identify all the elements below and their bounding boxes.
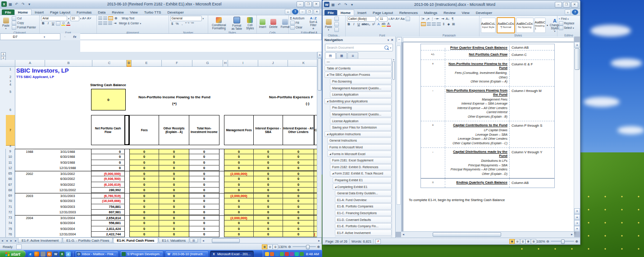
cell-management-fees[interactable]: (2,000,000)	[224, 171, 254, 176]
scroll-left-icon[interactable]: ◄	[201, 239, 206, 242]
taskbar-window-button[interactable]: W 2013-06-10 (Instructi...	[165, 251, 209, 257]
cell-management-fees[interactable]: 0	[224, 160, 254, 165]
cancel-entry-icon[interactable]: ◦	[64, 35, 66, 39]
align-bottom-icon[interactable]	[108, 16, 113, 20]
cell-net-portfolio-cash-flow[interactable]: 607,981	[91, 210, 125, 215]
tab-home[interactable]: Home	[337, 9, 354, 15]
expand-triangle-icon[interactable]: ◢	[327, 72, 328, 77]
row-number[interactable]: 66	[6, 176, 15, 182]
taskbar-clock[interactable]: 8:48 AM	[305, 252, 320, 256]
cell-management-fees[interactable]: 0	[224, 154, 254, 160]
replace-button[interactable]: Replace	[559, 21, 579, 25]
percent-format-icon[interactable]: %	[175, 22, 179, 26]
next-sheet-icon[interactable]: ►	[9, 239, 14, 242]
cell-fees[interactable]: 0	[129, 188, 159, 193]
last-sheet-icon[interactable]: ►	[14, 239, 18, 242]
shading-icon[interactable]: ◈	[447, 22, 451, 26]
column-header-G[interactable]: G	[192, 60, 223, 67]
cell-quarter-date[interactable]: 12/31/1988	[44, 165, 91, 171]
tab-developer[interactable]: Developer	[473, 10, 495, 15]
cell-net-portfolio-cash-flow[interactable]: 754,881	[91, 204, 125, 210]
vertical-scrollbar[interactable]: ▲	[317, 52, 322, 237]
shrink-font-icon[interactable]: A˅	[396, 17, 400, 21]
style-card[interactable]: AaBbC Heading 1	[534, 18, 546, 33]
cell-total-non-investment-income[interactable]: 0	[189, 198, 219, 204]
bold-button[interactable]: B	[41, 21, 45, 25]
qat-dropdown-icon[interactable]: ▾	[27, 1, 32, 7]
print-layout-view-icon[interactable]: ▣	[509, 239, 515, 244]
cell-year[interactable]	[15, 198, 44, 204]
cell-management-fees[interactable]: 0	[224, 188, 254, 193]
nav-heading-item[interactable]: ◢ E1-F. Active Involvement	[335, 229, 392, 236]
cell-management-fees[interactable]: 0	[224, 149, 254, 154]
nav-heading-item[interactable]: ◢ E1-G. Portfolio Cash Flows	[335, 236, 392, 237]
cell-fees[interactable]: 0	[129, 149, 159, 154]
word-titlebar[interactable]: W ▦ ↶ ↷ ▾ 2013-06-10 (Instructions).docx…	[323, 0, 580, 9]
row-number[interactable]: 67	[6, 182, 15, 188]
zoom-out-icon[interactable]: ⊖	[546, 239, 549, 243]
quick-launch-icon[interactable]: X	[59, 252, 64, 257]
cell-net-portfolio-cash-flow[interactable]: 0	[91, 149, 125, 154]
row-number[interactable]: 69	[6, 193, 15, 198]
cell-other-receipts[interactable]: 0	[159, 165, 189, 171]
cell-other-receipts[interactable]: 0	[159, 198, 189, 204]
cell-other-receipts[interactable]: 0	[159, 149, 189, 154]
row-number[interactable]: 65	[6, 171, 15, 176]
search-options-icon[interactable]: ▾	[390, 46, 391, 49]
row-number[interactable]: 72	[6, 210, 15, 215]
header-net-portfolio-cash-flow[interactable]: Net Portfolio Cash Flow	[91, 115, 125, 145]
row-number[interactable]: 76	[6, 232, 15, 237]
change-case-icon[interactable]: Aa	[401, 17, 405, 21]
cell-interest-expense-other[interactable]: 0	[283, 171, 314, 176]
font-size-select[interactable]: 10	[70, 16, 79, 21]
column-header-A[interactable]: A	[15, 60, 45, 67]
cell-year[interactable]	[15, 232, 44, 237]
formula-input[interactable]	[80, 33, 322, 40]
zoom-slider-thumb[interactable]	[306, 245, 310, 249]
superscript-button[interactable]: x²	[372, 22, 376, 26]
cell-year[interactable]	[15, 188, 44, 193]
cell-year[interactable]	[15, 182, 44, 188]
quick-launch-icon[interactable]: e	[28, 252, 33, 257]
draft-view-icon[interactable]: ▧	[531, 239, 536, 244]
cell-styles-button[interactable]: Cell Styles	[245, 16, 255, 31]
orientation-icon[interactable]: ⊗	[114, 16, 118, 20]
book-restore-icon[interactable]: ❐	[306, 9, 313, 14]
cell-other-receipts[interactable]: 0	[159, 210, 189, 215]
tab-file[interactable]: File	[324, 10, 337, 15]
cell-total-non-investment-income[interactable]: 0	[189, 160, 219, 165]
cell-interest-expense-other[interactable]: 0	[283, 176, 314, 182]
tab-developer[interactable]: Developer	[164, 9, 187, 15]
nav-heading-item[interactable]: ◢ Preparing Exhibit E1	[333, 177, 392, 184]
nav-heading-item[interactable]: ◢ Saving your Files for Submission	[330, 124, 392, 131]
row-header-7[interactable]: 7	[6, 115, 15, 146]
cell-year[interactable]	[15, 226, 44, 232]
row-number[interactable]: 12	[6, 165, 15, 171]
cell-quarter-date[interactable]: 9/30/1988	[44, 160, 91, 165]
indent-icon[interactable]: ⇥	[113, 21, 117, 25]
undo-icon[interactable]: ↶	[337, 2, 342, 7]
style-card[interactable]: AaBbCcDc ¶ Normal	[497, 17, 515, 33]
cell-fees[interactable]: 0	[129, 160, 159, 165]
cell-quarter-date[interactable]: 12/31/2003	[44, 210, 91, 215]
cell-management-fees[interactable]: (2,000,000)	[224, 193, 254, 198]
nav-heading-item[interactable]: ◢ License Application	[330, 92, 392, 98]
show-paragraph-marks-icon[interactable]: ¶	[451, 17, 455, 21]
fill-button[interactable]: Fill	[290, 21, 305, 25]
cell-net-portfolio-cash-flow[interactable]: (5,000,000)	[91, 171, 125, 176]
search-input[interactable]: Search Document ▾	[325, 44, 393, 51]
scroll-right-icon[interactable]: ►	[317, 239, 321, 242]
nav-heading-item[interactable]: ◢ Submitting your Applications	[324, 98, 392, 105]
style-card[interactable]: AaBbCcL Input Style	[481, 18, 496, 33]
cell-net-portfolio-cash-flow[interactable]: (6,760,519)	[91, 193, 125, 198]
insert-cells-button[interactable]: Insert	[258, 16, 267, 31]
cell-total-non-investment-income[interactable]: 0	[189, 182, 219, 188]
cell-fees[interactable]: 0	[129, 215, 159, 220]
comma-format-icon[interactable]: ,	[180, 22, 184, 26]
tab-page-layout[interactable]: Page Layout	[47, 9, 73, 15]
tray-icon[interactable]	[285, 252, 289, 256]
cell-other-receipts[interactable]: 0	[159, 154, 189, 160]
row-header-6[interactable]: 6	[6, 108, 15, 111]
nav-heading-item[interactable]: ◢ Form 2182: Exhibit D. References	[330, 164, 392, 170]
tab-view[interactable]: View	[127, 9, 141, 15]
